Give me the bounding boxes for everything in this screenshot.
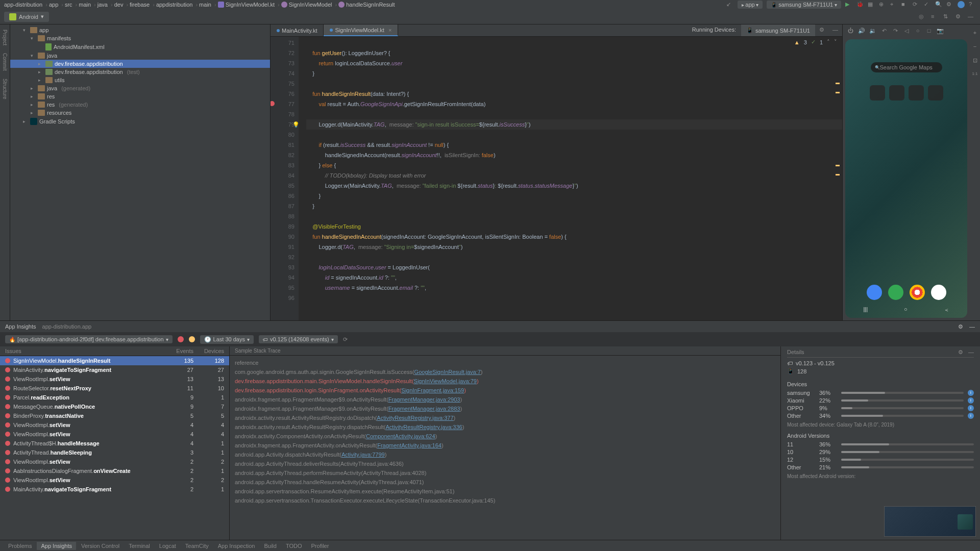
bottom-tab-version-control[interactable]: Version Control [77,542,124,550]
overview-icon[interactable]: □ [925,28,933,34]
device-screen[interactable]: 🔍 Search Google Maps ||| ○ ＜ [845,39,967,318]
breadcrumb-segment[interactable]: dev [114,2,124,8]
tree-java-gen[interactable]: ▸java(generated) [10,84,270,92]
code-line[interactable] [306,211,842,221]
breadcrumb-file[interactable]: SignInViewModel.kt [226,2,275,8]
profiler-button[interactable]: ⊕ [879,1,886,8]
vcs-commit-icon[interactable]: ✓ [924,1,931,8]
close-icon[interactable]: × [388,27,391,33]
nav-home-icon[interactable]: ○ [904,306,908,314]
debug-button[interactable]: 🐞 [856,1,864,8]
zoom-in-icon[interactable]: + [973,30,976,36]
code-line[interactable]: loginLocalDataSource.user = LoggedInUser… [306,262,842,272]
code-line[interactable]: handleSignedInAccount(result.signInAccou… [306,150,842,160]
dock-maps-icon[interactable] [931,285,946,300]
screenshot-icon[interactable]: 📷 [937,28,944,34]
breadcrumb-segment[interactable]: app [49,2,58,8]
insights-minimize-icon[interactable]: — [969,323,975,330]
code-line[interactable]: id = signedInAccount.id ?: "", [306,272,842,283]
code-line[interactable]: } [306,68,842,79]
vcs-update-icon[interactable]: ⟳ [913,1,920,8]
issue-row[interactable]: ViewRootImpl.setView44 [0,430,229,439]
dock-messages-icon[interactable] [867,285,882,300]
volume-down-icon[interactable]: 🔉 [869,28,876,34]
run-button[interactable]: ▶ [845,1,852,8]
stacktrace-link[interactable]: ActivityResultRegistry.java:377 [377,415,453,421]
back-icon[interactable]: ◁ [903,28,910,34]
breadcrumb-segment[interactable]: main [79,2,91,8]
code-line[interactable]: } [306,191,842,201]
code-line[interactable] [306,79,842,89]
events-header[interactable]: Events [163,348,193,354]
code-line[interactable] [306,252,842,262]
rotate-left-icon[interactable]: ↶ [880,28,888,34]
issue-row[interactable]: MainActivity.navigateToSignFragment2727 [0,365,229,374]
search-icon[interactable]: 🔍 [935,1,942,8]
stacktrace-link[interactable]: FragmentManager.java:2883 [388,406,460,412]
code-line[interactable] [306,38,842,48]
code-line[interactable]: Logger.d(TAG, message: "Signing in=$sign… [306,242,842,252]
nav-recent-icon[interactable]: ||| [863,306,868,314]
issue-row[interactable]: RouteSelector.resetNextProxy1110 [0,384,229,393]
info-icon[interactable]: i [968,390,974,396]
issue-row[interactable]: MessageQueue.nativePollOnce97 [0,402,229,411]
issue-row[interactable]: SignInViewModel.handleSignInResult135128 [0,356,229,365]
breadcrumb-segment[interactable]: firebase [130,2,150,8]
code-line[interactable]: username = signedInAccount.email ?: "", [306,283,842,293]
device-minimize-icon[interactable]: — [828,24,842,36]
warning-filter-icon[interactable] [189,336,195,342]
bottom-tab-app-inspection[interactable]: App Inspection [214,542,259,550]
chevron-up-icon[interactable]: ˄ [827,39,830,45]
tree-app[interactable]: ▾app [10,26,270,34]
zoom-out-icon[interactable]: − [973,43,976,49]
dock-chrome-icon[interactable] [910,285,925,300]
app-id-filter[interactable]: 🔥 [app-distribution-android-2f0df] dev.f… [5,335,173,343]
info-icon[interactable]: i [968,405,974,411]
code-line[interactable]: } [306,201,842,211]
bottom-tab-app-insights[interactable]: App Insights [37,542,76,550]
chevron-down-icon[interactable]: ˅ [834,39,837,45]
bottom-tab-build[interactable]: Build [260,542,280,550]
zoom-fit-icon[interactable]: ⊡ [973,57,977,64]
breadcrumb-segment[interactable]: appdistribution [156,2,193,8]
error-filter-icon[interactable] [178,336,184,342]
issue-row[interactable]: ViewRootImpl.setView22 [0,457,229,466]
code-line[interactable]: fun getUser(): LoggedInUser? { [306,48,842,58]
info-icon[interactable]: i [968,413,974,419]
minimize-icon[interactable]: — [968,13,975,20]
stacktrace-link[interactable]: Activity.java:7799 [341,452,385,458]
bottom-tab-profiler[interactable]: Profiler [307,542,333,550]
issue-row[interactable]: ViewRootImpl.setView44 [0,420,229,430]
tree-res-gen[interactable]: ▸res(generated) [10,101,270,109]
stacktrace-link[interactable]: FragmentManager.java:2903 [388,396,460,403]
tree-manifest-file[interactable]: AndroidManifest.xml [10,42,270,52]
code-body[interactable]: fun getUser(): LoggedInUser? { return lo… [299,37,842,320]
tree-manifests[interactable]: ▾manifests [10,34,270,42]
refresh-icon[interactable]: ⟳ [343,336,348,343]
issue-row[interactable]: ViewRootImpl.setView22 [0,475,229,485]
devices-header[interactable]: Devices [193,348,224,354]
insights-settings-icon[interactable]: ⚙ [958,323,963,330]
device-settings-icon[interactable]: ⚙ [815,24,828,36]
tree-utils[interactable]: ▸utils [10,76,270,84]
code-line[interactable]: // TODO(kbolay): Display toast with erro… [306,170,842,181]
volume-up-icon[interactable]: 🔊 [858,28,865,34]
code-line[interactable]: if (result.isSuccess && result.signInAcc… [306,140,842,150]
issues-header[interactable]: Issues [5,348,163,354]
device-widget[interactable] [928,85,943,101]
inspection-widget[interactable]: ▲3 ✓1 ˄ ˅ [794,39,837,45]
help-icon[interactable]: ? [969,1,976,8]
tree-pkg-test[interactable]: ▸dev.firebase.appdistribution(test) [10,68,270,76]
breadcrumb-segment[interactable]: src [65,2,72,8]
breadcrumb-segment[interactable]: java [97,2,108,8]
breadcrumb-method[interactable]: handleSignInResult [346,2,395,8]
coverage-button[interactable]: ▦ [868,1,875,8]
tree-pkg-main[interactable]: ▸dev.firebase.appdistribution [10,60,270,68]
code-line[interactable]: } else { [306,160,842,170]
nav-back-icon[interactable]: ＜ [944,306,949,314]
version-filter[interactable]: 🏷 v0.125 (142608 events) ▾ [259,335,338,343]
breadcrumb-segment[interactable]: main [199,2,211,8]
stacktrace-body[interactable]: reference com.google.android.gms.auth.ap… [230,356,780,540]
code-line[interactable]: 💡 Logger.d(MainActivity.TAG, message: "s… [306,119,842,130]
stacktrace-link[interactable]: SignInViewModel.java:79 [414,378,477,384]
